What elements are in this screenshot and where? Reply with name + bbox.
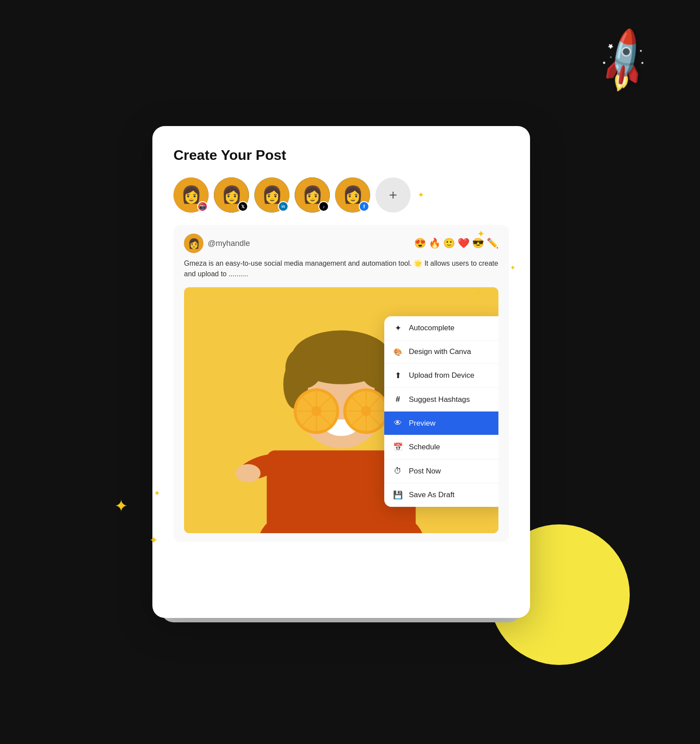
sparkle-near-add: ✦ — [418, 190, 424, 200]
preview-icon: 👁 — [393, 419, 403, 428]
autocomplete-label: Autocomplete — [409, 324, 455, 332]
menu-item-save-draft[interactable]: 💾 Save As Draft — [384, 483, 498, 507]
twitter-badge: 𝕏 — [238, 201, 248, 212]
emoji-fire: 🔥 — [429, 238, 440, 249]
avatar-twitter[interactable]: 👩 𝕏 — [214, 177, 249, 213]
emoji-pencil: ✏️ — [487, 238, 498, 249]
menu-item-preview[interactable]: 👁 Preview — [384, 412, 498, 435]
avatar-facebook[interactable]: 👩 f — [335, 177, 370, 213]
avatar-linkedin[interactable]: 👩 in — [254, 177, 289, 213]
svg-text:👩: 👩 — [188, 238, 200, 249]
menu-item-upload-device[interactable]: ⬆ Upload from Device — [384, 364, 498, 388]
post-user-info: 👩 @myhandle — [184, 234, 250, 253]
save-draft-label: Save As Draft — [409, 491, 455, 499]
post-user-avatar: 👩 — [184, 234, 203, 253]
svg-text:👩: 👩 — [181, 184, 202, 205]
emoji-love: 😍 — [414, 238, 426, 249]
canva-icon: 🎨 — [393, 348, 403, 356]
emoji-reaction-row: 😍 🔥 🙂 ❤️ 😎 ✏️ — [414, 238, 498, 249]
star-decoration-2: ✦ — [510, 264, 516, 272]
star-decoration-6: ✦ — [154, 488, 160, 498]
menu-item-design-canva[interactable]: 🎨 Design with Canva — [384, 340, 498, 364]
autocomplete-icon: ✦ — [393, 323, 403, 333]
svg-text:👩: 👩 — [302, 184, 323, 205]
linkedin-badge: in — [278, 201, 289, 212]
post-image-area: ✦ Autocomplete 🎨 Design with Canva ⬆ Upl… — [184, 287, 498, 533]
svg-text:👩: 👩 — [343, 184, 364, 205]
rocket-decoration: 🚀 — [587, 24, 661, 98]
post-text-content[interactable]: Gmeza is an easy-to-use social media man… — [184, 258, 498, 279]
svg-point-17 — [236, 464, 261, 482]
page-title: Create Your Post — [173, 147, 509, 163]
menu-item-suggest-hashtags[interactable]: # Suggest Hashtags — [384, 388, 498, 412]
hashtag-icon: # — [393, 395, 403, 404]
instagram-badge: 📷 — [197, 201, 208, 212]
facebook-badge: f — [359, 201, 369, 212]
emoji-smile: 🙂 — [443, 238, 455, 249]
schedule-label: Schedule — [409, 443, 440, 451]
svg-point-34 — [311, 406, 321, 416]
svg-point-41 — [361, 406, 371, 416]
svg-text:👩: 👩 — [221, 184, 242, 205]
menu-item-autocomplete[interactable]: ✦ Autocomplete — [384, 316, 498, 340]
star-decoration-4: ✦ — [114, 496, 128, 516]
star-decoration-3: ✦ — [476, 290, 480, 296]
post-compose-area: 👩 @myhandle 😍 🔥 🙂 ❤️ 😎 ✏️ Gmeza is an ea… — [173, 225, 509, 542]
canva-label: Design with Canva — [409, 347, 471, 356]
social-accounts-row: 👩 📷 👩 𝕏 — [173, 177, 509, 213]
main-card: Create Your Post 👩 📷 — [152, 126, 530, 618]
star-decoration-5: ✦ — [149, 534, 158, 546]
post-header: 👩 @myhandle 😍 🔥 🙂 ❤️ 😎 ✏️ — [184, 234, 498, 253]
post-now-label: Post Now — [409, 467, 441, 476]
save-draft-icon: 💾 — [393, 490, 403, 500]
svg-text:👩: 👩 — [262, 184, 283, 205]
emoji-heart: ❤️ — [458, 238, 469, 249]
star-decoration-1: ✦ — [477, 228, 485, 240]
upload-label: Upload from Device — [409, 371, 474, 380]
menu-item-schedule[interactable]: 📅 Schedule — [384, 435, 498, 459]
add-account-button[interactable]: + — [375, 177, 411, 213]
avatar-tiktok[interactable]: 👩 ♪ — [295, 177, 330, 213]
hashtags-label: Suggest Hashtags — [409, 395, 470, 404]
context-dropdown-menu: ✦ Autocomplete 🎨 Design with Canva ⬆ Upl… — [384, 316, 498, 507]
schedule-icon: 📅 — [393, 442, 403, 452]
avatar-instagram[interactable]: 👩 📷 — [173, 177, 209, 213]
menu-item-post-now[interactable]: ⏱ Post Now — [384, 459, 498, 483]
preview-label: Preview — [409, 419, 435, 428]
post-handle: @myhandle — [208, 239, 250, 248]
tiktok-badge: ♪ — [318, 201, 329, 212]
post-now-icon: ⏱ — [393, 466, 403, 476]
card-stack: Create Your Post 👩 📷 — [152, 126, 548, 618]
upload-icon: ⬆ — [393, 371, 403, 380]
